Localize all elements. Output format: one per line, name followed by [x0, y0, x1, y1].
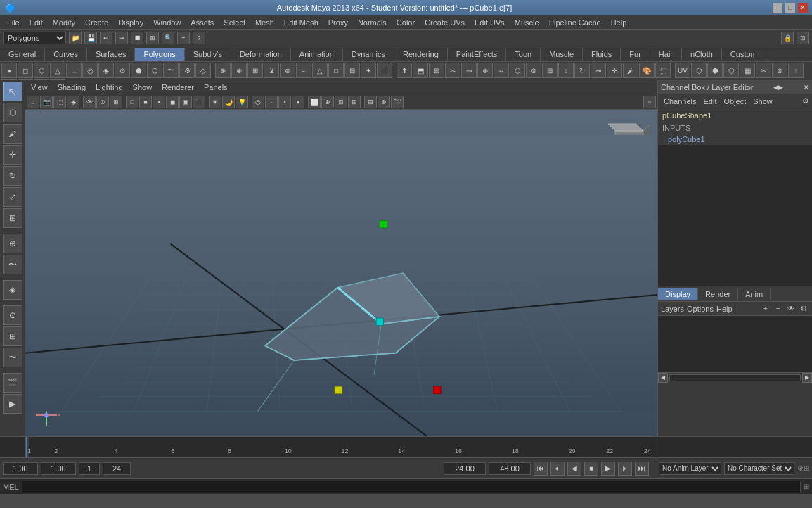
tab-subdiv-s[interactable]: Subdiv's	[185, 48, 231, 61]
collapse-icon[interactable]: ⊟	[542, 63, 558, 78]
play-back-btn[interactable]: ◀	[567, 462, 581, 476]
vp-sel[interactable]: ⬚	[53, 96, 66, 108]
no-char-set-select[interactable]: No Character Set	[724, 462, 794, 475]
vp-show[interactable]: ⊙	[96, 96, 109, 108]
tab-custom[interactable]: Custom	[722, 48, 766, 61]
scroll-track[interactable]	[669, 374, 801, 381]
poly-cube-link[interactable]: polyCube1	[658, 134, 812, 145]
timeline-area[interactable]: 1 2 4 6 8 10 12 14 16 18 20 22 24	[0, 436, 812, 457]
append-icon[interactable]: ⊞	[429, 63, 444, 78]
vp-playblast[interactable]: 🎬	[391, 96, 404, 108]
menu-item-edit[interactable]: Edit	[25, 17, 47, 28]
tab-polygons[interactable]: Polygons	[135, 48, 184, 61]
split-icon[interactable]: ⊸	[461, 63, 477, 78]
snap-icon[interactable]: ⊡	[797, 32, 809, 44]
tab-muscle[interactable]: Muscle	[541, 48, 583, 61]
reduce-icon[interactable]: ⊟	[344, 63, 360, 78]
vp-light3[interactable]: 💡	[236, 96, 248, 108]
tab-animation[interactable]: Animation	[291, 48, 343, 61]
vp-shwire[interactable]: ⬛	[193, 96, 205, 108]
menu-item-select[interactable]: Select	[219, 17, 250, 28]
vp-back[interactable]: ⊞	[348, 96, 361, 108]
offset-icon[interactable]: ↔	[494, 63, 509, 78]
render-region[interactable]: 🎬	[3, 373, 22, 393]
average-icon[interactable]: ≈	[296, 63, 311, 78]
transform-comp-icon[interactable]: ✛	[607, 63, 622, 78]
menu-item-modify[interactable]: Modify	[49, 17, 79, 28]
renderer-menu[interactable]: Renderer	[159, 82, 197, 92]
toolbar-icon-9[interactable]: ?	[193, 32, 205, 44]
universal-manip[interactable]: ⊕	[3, 234, 22, 253]
toolbar-icon-1[interactable]: 📁	[69, 32, 82, 44]
pyramid-icon-btn[interactable]: ⬟	[131, 63, 146, 78]
vp-hilight[interactable]: ◈	[67, 96, 79, 108]
vp-flat[interactable]: ▪	[153, 96, 165, 108]
lasso-tool[interactable]: ⬡	[3, 103, 22, 122]
step-back-btn[interactable]: ⏴	[550, 462, 565, 476]
toolbar-icon-7[interactable]: 🔍	[162, 32, 174, 44]
norm1-icon[interactable]: ↑	[788, 63, 804, 78]
menu-item-help[interactable]: Help	[607, 17, 631, 28]
combine-icon[interactable]: ⊕	[215, 63, 231, 78]
menu-item-window[interactable]: Window	[149, 17, 185, 28]
viewport-3d[interactable]: FRONT RIGHT Y X	[25, 110, 657, 436]
scroll-right-btn[interactable]: ▶	[802, 373, 812, 383]
edit-menu[interactable]: Edit	[700, 96, 719, 107]
vp-hud[interactable]: ⊟	[364, 96, 377, 108]
status-icon[interactable]: ⊞	[804, 483, 809, 490]
diamond-icon-btn[interactable]: ◇	[195, 63, 211, 78]
vp-grid[interactable]: ⊞	[110, 96, 122, 108]
menu-item-pipeline cache[interactable]: Pipeline Cache	[545, 17, 605, 28]
menu-item-edit uvs[interactable]: Edit UVs	[470, 17, 509, 28]
bool-icon[interactable]: ⊻	[264, 63, 279, 78]
mel-input[interactable]	[22, 481, 801, 493]
layers-menu[interactable]: Layers	[661, 305, 684, 313]
layout-icon[interactable]: ▦	[740, 63, 755, 78]
torus-icon-btn[interactable]: ◎	[82, 63, 98, 78]
vp-mask[interactable]: ⬜	[308, 96, 321, 108]
transform-tool[interactable]: ⊞	[3, 208, 22, 228]
frame-input[interactable]	[79, 462, 100, 475]
object-menu[interactable]: Object	[721, 96, 749, 107]
tab-painteffects[interactable]: PaintEffects	[448, 48, 507, 61]
vp-smooth[interactable]: ■	[139, 96, 152, 108]
vp-size2[interactable]: •	[278, 96, 291, 108]
lighting-menu[interactable]: Lighting	[93, 82, 126, 92]
help-menu[interactable]: Help	[716, 305, 733, 313]
menu-item-muscle[interactable]: Muscle	[510, 17, 543, 28]
menu-item-edit mesh[interactable]: Edit Mesh	[280, 17, 323, 28]
fill-icon[interactable]: ⬛	[377, 63, 392, 78]
vp-wire[interactable]: □	[126, 96, 138, 108]
cleanup-icon[interactable]: ✦	[361, 63, 376, 78]
sculpt-icon[interactable]: 🖌	[623, 63, 638, 78]
menu-item-mesh[interactable]: Mesh	[251, 17, 278, 28]
quad-icon[interactable]: □	[328, 63, 344, 78]
new-layer-icon[interactable]: +	[760, 303, 771, 315]
pipe-icon-btn[interactable]: ⊙	[115, 63, 130, 78]
smooth-icon[interactable]: ⊛	[280, 63, 295, 78]
vp-iso[interactable]: ◎	[252, 96, 264, 108]
uv3-icon[interactable]: ⬢	[707, 63, 723, 78]
menu-item-color[interactable]: Color	[392, 17, 419, 28]
extract-icon[interactable]: ⊞	[247, 63, 263, 78]
tab-ncloth[interactable]: nCloth	[682, 48, 722, 61]
spin-icon[interactable]: ↻	[574, 63, 590, 78]
display-tab[interactable]: Display	[658, 288, 698, 300]
polygon-selector[interactable]: Polygons	[3, 32, 66, 44]
pb-end-field[interactable]	[444, 462, 486, 475]
menu-item-create[interactable]: Create	[81, 17, 112, 28]
scroll-left-btn[interactable]: ◀	[658, 373, 668, 383]
anim-end-input[interactable]	[103, 462, 131, 475]
select-tool[interactable]: ↖	[3, 82, 22, 101]
timeline-cursor[interactable]	[26, 437, 29, 457]
toolbar-icon-3[interactable]: ↩	[100, 32, 112, 44]
toolbar-icon-2[interactable]: 💾	[84, 32, 97, 44]
tab-toon[interactable]: Toon	[506, 48, 541, 61]
pb-max-field[interactable]	[489, 462, 531, 475]
close-button[interactable]: ✕	[798, 3, 808, 13]
cube-icon-btn[interactable]: ◻	[18, 63, 33, 78]
plane-icon-btn[interactable]: ▭	[66, 63, 82, 78]
rotate-tool[interactable]: ↻	[3, 166, 22, 186]
scale-tool[interactable]: ⤢	[3, 187, 22, 207]
unfold-icon[interactable]: ⬡	[723, 63, 739, 78]
